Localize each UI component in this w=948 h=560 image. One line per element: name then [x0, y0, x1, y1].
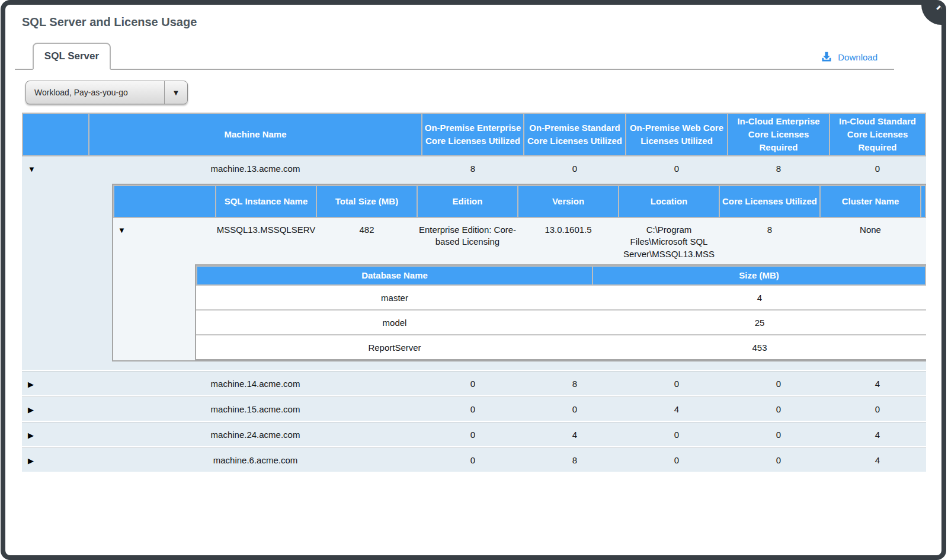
machine-name: machine.6.acme.com: [89, 455, 421, 465]
value-onprem-standard: 4: [524, 430, 625, 440]
collapse-icon[interactable]: ▼: [28, 165, 36, 174]
report-modal: SQL Server and License Usage SQL Server …: [1, 0, 946, 560]
header-onprem-web: On-Premise Web Core Licenses Utilized: [626, 114, 727, 155]
machine-name: machine.13.acme.com: [89, 164, 421, 174]
header-onprem-standard: On-Premise Standard Core Licenses Utiliz…: [524, 114, 625, 155]
header-onprem-enterprise: On-Premise Enterprise Core Licenses Util…: [422, 114, 523, 155]
instance-location: C:\Program Files\Microsoft SQL Server\MS…: [619, 218, 719, 262]
value-onprem-standard: 0: [524, 164, 625, 174]
value-onprem-enterprise: 0: [422, 379, 523, 389]
instance-total-size: 482: [317, 218, 417, 262]
value-incloud-enterprise: 8: [728, 164, 829, 174]
databases-table: Database Name Size (MB) master 4 model 2…: [195, 264, 926, 360]
table-row-machine-14[interactable]: ▶ machine.14.acme.com 0 8 0 0 4: [22, 371, 926, 395]
instance-cluster-name: None: [821, 218, 920, 262]
value-onprem-standard: 8: [524, 455, 625, 465]
inst-header-core-licenses: Core Licenses Utilized: [720, 186, 819, 217]
value-incloud-standard: 4: [830, 379, 925, 389]
machines-header-row: Machine Name On-Premise Enterprise Core …: [22, 113, 926, 156]
database-size: 453: [593, 343, 926, 353]
inst-header-location: Location: [619, 186, 719, 217]
database-size: 25: [593, 318, 926, 328]
value-incloud-standard: 0: [830, 404, 925, 414]
download-label: Download: [838, 52, 877, 62]
machine-name: machine.24.acme.com: [89, 430, 421, 440]
table-row-machine-24[interactable]: ▶ machine.24.acme.com 0 4 0 0 4: [22, 422, 926, 446]
databases-header-row: Database Name Size (MB): [196, 265, 926, 286]
expand-icon[interactable]: ▶: [28, 405, 34, 414]
machine-name: machine.14.acme.com: [89, 379, 421, 389]
value-onprem-enterprise: 0: [422, 430, 523, 440]
expanded-machine-block: ▼ machine.13.acme.com 8 0 0 8 0 SQL Inst…: [22, 156, 926, 370]
license-usage-table: Machine Name On-Premise Enterprise Core …: [22, 113, 926, 472]
value-incloud-enterprise: 0: [728, 379, 829, 389]
value-onprem-web: 4: [626, 404, 727, 414]
download-icon: [821, 51, 832, 63]
value-onprem-enterprise: 0: [422, 404, 523, 414]
close-icon: ✕: [934, 0, 946, 15]
expand-icon[interactable]: ▶: [28, 431, 34, 440]
tab-sql-server[interactable]: SQL Server: [33, 43, 111, 70]
inst-header-name: SQL Instance Name: [216, 186, 316, 217]
database-name: master: [196, 293, 593, 303]
value-incloud-standard: 0: [830, 164, 925, 174]
instance-version: 13.0.1601.5: [518, 218, 618, 262]
tab-label: SQL Server: [44, 50, 99, 62]
inst-header-clipped: [921, 186, 925, 217]
value-incloud-standard: 4: [830, 430, 925, 440]
table-row-instance[interactable]: ▼ MSSQL13.MSSQLSERV 482 Enterprise Editi…: [113, 218, 926, 262]
database-name: model: [196, 318, 593, 328]
header-expand-column: [23, 114, 88, 155]
value-onprem-standard: 0: [524, 404, 625, 414]
value-onprem-enterprise: 0: [422, 455, 523, 465]
table-row-machine-13[interactable]: ▼ machine.13.acme.com 8 0 0 8 0: [22, 156, 926, 180]
workload-dropdown-value: Workload, Pay-as-you-go: [26, 88, 164, 97]
workload-dropdown[interactable]: Workload, Pay-as-you-go ▼: [25, 81, 188, 104]
value-incloud-enterprise: 0: [728, 404, 829, 414]
value-onprem-web: 0: [626, 379, 727, 389]
inst-header-total-size: Total Size (MB): [317, 186, 417, 217]
instance-core-licenses: 8: [720, 218, 819, 262]
expand-icon[interactable]: ▶: [28, 380, 34, 389]
instances-header-row: SQL Instance Name Total Size (MB) Editio…: [113, 185, 926, 218]
expand-icon[interactable]: ▶: [28, 456, 34, 465]
value-onprem-enterprise: 8: [422, 164, 523, 174]
page-title: SQL Server and License Usage: [22, 15, 197, 29]
header-incloud-standard: In-Cloud Standard Core Licenses Required: [830, 114, 925, 155]
table-row-database[interactable]: ReportServer 453: [196, 334, 926, 359]
chevron-down-icon: ▼: [164, 81, 187, 104]
db-header-name: Database Name: [197, 267, 592, 284]
table-row-database[interactable]: master 4: [196, 286, 926, 309]
instance-name: MSSQL13.MSSQLSERV: [216, 218, 316, 262]
download-button[interactable]: Download: [821, 51, 877, 63]
value-incloud-enterprise: 0: [728, 455, 829, 465]
inst-header-expand: [114, 186, 215, 217]
value-incloud-enterprise: 0: [728, 430, 829, 440]
value-incloud-standard: 4: [830, 455, 925, 465]
database-size: 4: [593, 293, 926, 303]
database-name: ReportServer: [196, 343, 593, 353]
inst-header-version: Version: [518, 186, 618, 217]
instance-edition: Enterprise Edition: Core-based Licensing: [418, 218, 517, 262]
table-row-machine-15[interactable]: ▶ machine.15.acme.com 0 0 4 0 0: [22, 396, 926, 421]
db-header-size: Size (MB): [593, 267, 925, 284]
value-onprem-web: 0: [626, 430, 727, 440]
header-incloud-enterprise: In-Cloud Enterprise Core Licenses Requir…: [728, 114, 829, 155]
collapse-icon[interactable]: ▼: [118, 226, 126, 235]
inst-header-edition: Edition: [418, 186, 517, 217]
tab-bar: SQL Server Download: [15, 39, 894, 70]
sql-instances-table: SQL Instance Name Total Size (MB) Editio…: [112, 184, 926, 361]
close-button[interactable]: ✕: [921, 0, 946, 25]
inst-header-cluster: Cluster Name: [821, 186, 920, 217]
value-onprem-standard: 8: [524, 379, 625, 389]
machine-name: machine.15.acme.com: [89, 404, 421, 414]
table-row-machine-6[interactable]: ▶ machine.6.acme.com 0 8 0 0 4: [22, 447, 926, 472]
value-onprem-web: 0: [626, 455, 727, 465]
header-machine-name: Machine Name: [89, 114, 421, 155]
value-onprem-web: 0: [626, 164, 727, 174]
table-row-database[interactable]: model 25: [196, 309, 926, 334]
